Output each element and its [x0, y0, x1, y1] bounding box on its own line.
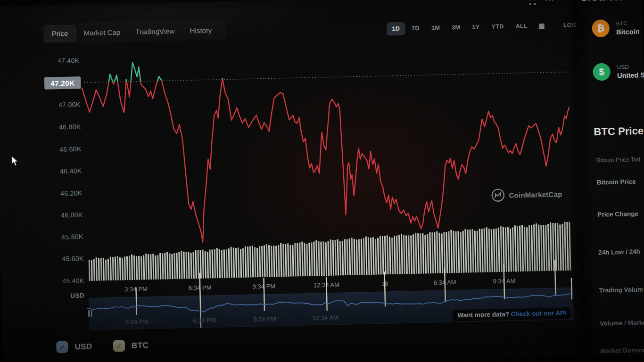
photographed-monitor: Price Market Cap TradingView History 1D … [0, 0, 644, 362]
legend-btc-label: BTC [132, 340, 149, 350]
series-legend: ✓ USD ✓ BTC [56, 339, 149, 353]
mouse-cursor [11, 156, 19, 167]
coinmarketcap-watermark: CoinMarketCap [491, 187, 562, 202]
navigator-tick: 6:34 PM [193, 317, 216, 324]
api-promo-text: Want more data? [457, 311, 509, 319]
legend-usd-label: USD [74, 342, 92, 352]
usd-checkbox-icon[interactable]: ✓ [56, 341, 68, 354]
brush-handle-left[interactable] [88, 310, 92, 317]
navigator-tick: 3:34 PM [125, 318, 149, 326]
legend-btc-toggle[interactable]: ✓ BTC [113, 339, 149, 352]
coinmarketcap-chart-page: Price Market Cap TradingView History 1D … [0, 0, 644, 362]
btc-checkbox-icon[interactable]: ✓ [113, 340, 125, 352]
watermark-text: CoinMarketCap [509, 190, 562, 199]
coinmarketcap-logo-icon [491, 188, 505, 203]
navigator-tick: 9:34 PM [253, 315, 276, 323]
legend-usd-toggle[interactable]: ✓ USD [56, 341, 92, 354]
navigator-tick: 12:34 AM [312, 314, 339, 321]
api-promo-link[interactable]: Check out our API [511, 309, 566, 318]
